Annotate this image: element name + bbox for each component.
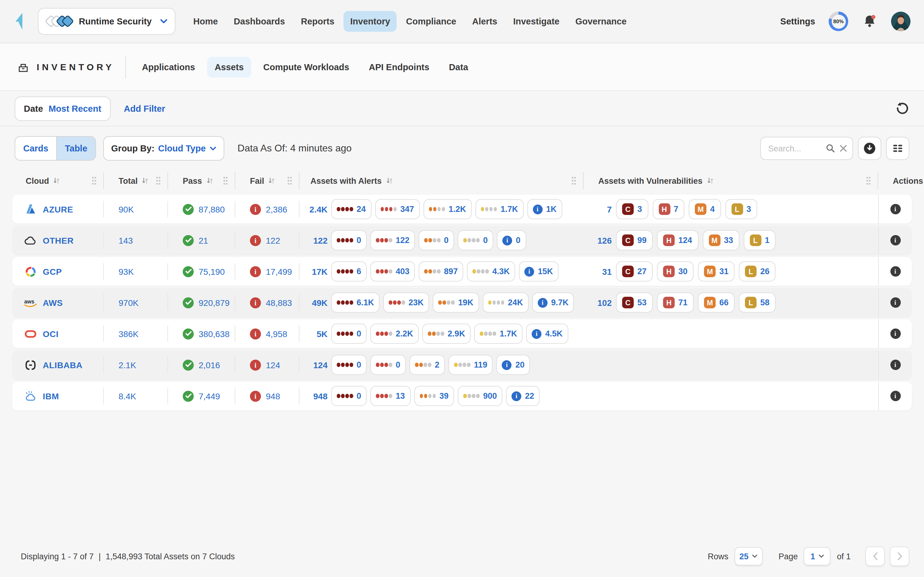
settings-link[interactable]: Settings: [780, 16, 815, 26]
notifications-bell-icon[interactable]: [862, 13, 877, 29]
alerts-total-link[interactable]: 122: [308, 235, 328, 245]
vulns-medium-chip[interactable]: M 66: [698, 292, 735, 313]
alerts-high-chip[interactable]: 2.2K: [370, 324, 418, 344]
column-drag-handle[interactable]: [287, 176, 292, 185]
vulns-critical-chip[interactable]: C 99: [616, 230, 653, 250]
alerts-total-link[interactable]: 5K: [308, 329, 328, 338]
tab-api-endpoints[interactable]: API Endpoints: [362, 56, 437, 77]
total-count-link[interactable]: 90K: [119, 204, 134, 214]
nav-item-investigate[interactable]: Investigate: [506, 11, 566, 32]
vulns-medium-chip[interactable]: M 33: [703, 230, 739, 250]
user-avatar[interactable]: [891, 11, 911, 31]
fail-count-link[interactable]: 2,386: [266, 204, 287, 214]
alerts-high-chip[interactable]: 403: [370, 261, 415, 282]
column-settings-button[interactable]: [886, 137, 909, 160]
alerts-critical-chip[interactable]: 6.1K: [331, 292, 380, 313]
nav-item-compliance[interactable]: Compliance: [399, 11, 463, 32]
pass-count-link[interactable]: 2,016: [199, 360, 220, 370]
alerts-info-chip[interactable]: 9.7K: [532, 292, 574, 313]
row-actions-info-button[interactable]: [890, 359, 900, 370]
alerts-low-chip[interactable]: 119: [449, 355, 493, 375]
alerts-low-chip[interactable]: 24K: [483, 292, 528, 313]
alerts-critical-chip[interactable]: 0: [331, 230, 367, 250]
pass-count-link[interactable]: 920,879: [199, 298, 229, 308]
vulns-low-chip[interactable]: L 3: [725, 199, 757, 219]
cloud-name-link[interactable]: AZURE: [43, 204, 73, 214]
alerts-total-link[interactable]: 17K: [308, 266, 328, 276]
fail-count-link[interactable]: 122: [266, 235, 280, 245]
reset-filters-icon[interactable]: [895, 101, 909, 116]
column-drag-handle[interactable]: [571, 176, 576, 185]
sort-icon[interactable]: [142, 177, 149, 184]
row-actions-info-button[interactable]: [890, 204, 900, 214]
column-header-fail[interactable]: Fail: [235, 170, 299, 191]
sort-icon[interactable]: [706, 177, 714, 184]
alerts-info-chip[interactable]: 0: [497, 230, 526, 250]
nav-item-dashboards[interactable]: Dashboards: [227, 11, 292, 32]
total-count-link[interactable]: 93K: [119, 266, 134, 276]
tab-compute-workloads[interactable]: Compute Workloads: [256, 56, 357, 77]
sort-icon[interactable]: [53, 177, 61, 184]
cloud-name-link[interactable]: OTHER: [43, 235, 74, 245]
alerts-info-chip[interactable]: 4.5K: [526, 324, 568, 344]
column-header-cloud[interactable]: Cloud: [12, 170, 104, 191]
vulns-low-chip[interactable]: L 1: [743, 230, 775, 250]
vulns-low-chip[interactable]: L 26: [739, 261, 775, 282]
alerts-medium-chip[interactable]: 897: [418, 261, 463, 282]
app-selector-dropdown[interactable]: Runtime Security: [38, 8, 176, 35]
row-actions-info-button[interactable]: [890, 266, 900, 277]
column-header-total[interactable]: Total: [104, 170, 168, 191]
nav-item-reports[interactable]: Reports: [294, 11, 341, 32]
alerts-info-chip[interactable]: 20: [496, 355, 530, 375]
column-header-pass[interactable]: Pass: [168, 170, 235, 191]
download-button[interactable]: [858, 137, 881, 160]
clear-search-icon[interactable]: [839, 144, 848, 153]
alerts-info-chip[interactable]: 1K: [527, 199, 562, 219]
cloud-name-link[interactable]: IBM: [43, 391, 59, 401]
total-count-link[interactable]: 386K: [119, 329, 139, 338]
pass-count-link[interactable]: 75,190: [199, 266, 225, 276]
pass-count-link[interactable]: 87,880: [199, 204, 225, 214]
total-count-link[interactable]: 2.1K: [119, 360, 136, 370]
sort-icon[interactable]: [206, 177, 213, 184]
table-view-button[interactable]: Table: [56, 137, 95, 160]
vulns-total-link[interactable]: 102: [594, 298, 612, 308]
alerts-high-chip[interactable]: 13: [370, 386, 410, 406]
alerts-total-link[interactable]: 124: [308, 360, 328, 370]
alerts-high-chip[interactable]: 122: [370, 230, 415, 250]
alerts-total-link[interactable]: 948: [308, 391, 328, 401]
vulns-medium-chip[interactable]: M 4: [689, 199, 721, 219]
alerts-critical-chip[interactable]: 0: [331, 355, 367, 375]
vulns-high-chip[interactable]: H 71: [657, 292, 694, 313]
tab-applications[interactable]: Applications: [134, 56, 202, 77]
alerts-info-chip[interactable]: 15K: [519, 261, 559, 282]
alerts-high-chip[interactable]: 23K: [383, 292, 429, 313]
fail-count-link[interactable]: 124: [266, 360, 280, 370]
vulns-high-chip[interactable]: H 30: [657, 261, 694, 282]
group-by-dropdown[interactable]: Group By: Cloud Type: [103, 136, 224, 161]
previous-page-button[interactable]: [865, 546, 885, 566]
search-icon[interactable]: [825, 143, 835, 153]
total-count-link[interactable]: 8.4K: [119, 391, 136, 401]
alerts-critical-chip[interactable]: 24: [331, 199, 371, 219]
alerts-medium-chip[interactable]: 39: [414, 386, 454, 406]
cloud-name-link[interactable]: ALIBABA: [43, 360, 82, 370]
alerts-high-chip[interactable]: 347: [375, 199, 420, 219]
vulns-total-link[interactable]: 7: [594, 204, 612, 214]
next-page-button[interactable]: [890, 546, 909, 566]
alerts-high-chip[interactable]: 0: [370, 355, 406, 375]
sort-icon[interactable]: [268, 177, 276, 184]
fail-count-link[interactable]: 48,883: [266, 298, 292, 308]
row-actions-info-button[interactable]: [890, 235, 900, 245]
pass-count-link[interactable]: 21: [199, 235, 208, 245]
fail-count-link[interactable]: 17,499: [266, 266, 292, 276]
tab-data[interactable]: Data: [441, 56, 475, 77]
vulns-high-chip[interactable]: H 124: [657, 230, 698, 250]
cloud-name-link[interactable]: AWS: [43, 298, 63, 308]
cards-view-button[interactable]: Cards: [15, 137, 56, 160]
date-filter-pill[interactable]: Date Most Recent: [15, 96, 110, 121]
vulns-high-chip[interactable]: H 7: [653, 199, 685, 219]
alerts-low-chip[interactable]: 900: [458, 386, 502, 406]
vulns-critical-chip[interactable]: C 3: [616, 199, 648, 219]
alerts-medium-chip[interactable]: 0: [418, 230, 454, 250]
